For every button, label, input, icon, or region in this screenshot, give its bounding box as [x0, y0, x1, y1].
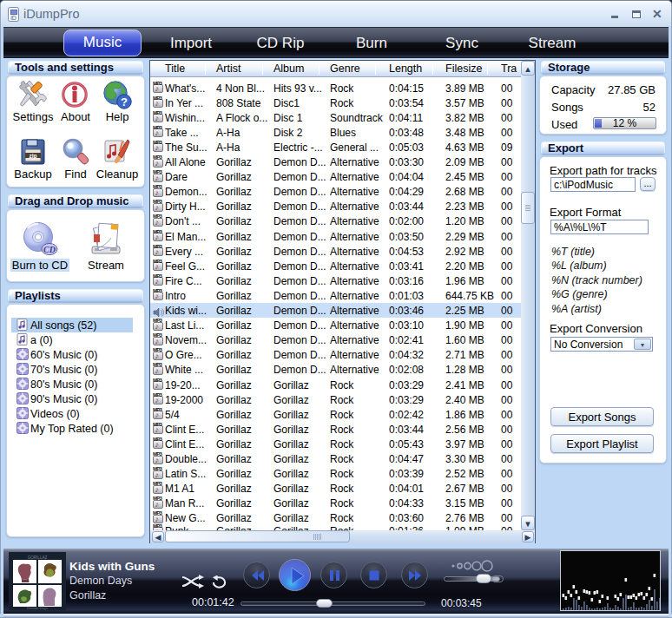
svg-text:zip: zip	[29, 153, 36, 160]
svg-text:?: ?	[121, 95, 128, 108]
svg-text:CD: CD	[43, 245, 56, 254]
svg-text:GORILLAZ: GORILLAZ	[28, 556, 48, 560]
svg-text:Demon Days: Demon Days	[27, 606, 48, 610]
